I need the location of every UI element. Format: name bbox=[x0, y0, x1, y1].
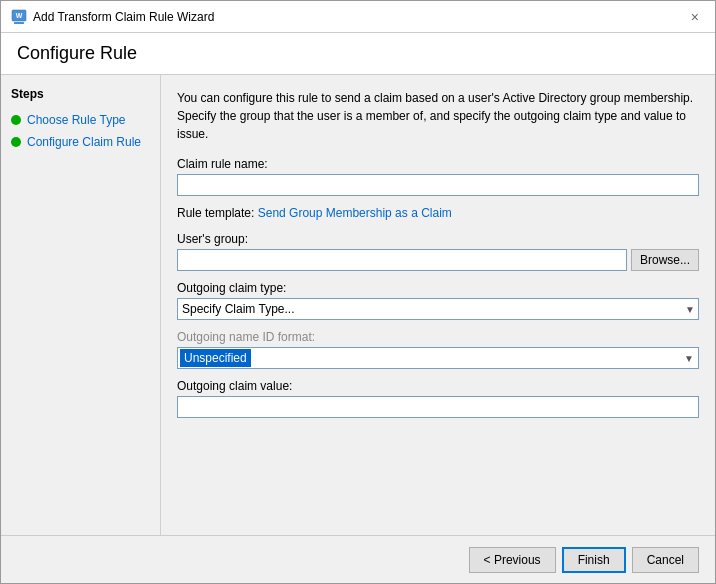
rule-template-prefix: Rule template: bbox=[177, 206, 258, 220]
sidebar-item-configure-claim-rule[interactable]: Configure Claim Rule bbox=[11, 133, 150, 151]
main-panel: You can configure this rule to send a cl… bbox=[161, 75, 715, 535]
title-bar: W Add Transform Claim Rule Wizard × bbox=[1, 1, 715, 33]
sidebar-title: Steps bbox=[11, 87, 150, 101]
claim-rule-name-label: Claim rule name: bbox=[177, 157, 699, 171]
users-group-form-group: User's group: Browse... bbox=[177, 232, 699, 271]
title-bar-left: W Add Transform Claim Rule Wizard bbox=[11, 9, 214, 25]
step-dot-choose-rule bbox=[11, 115, 21, 125]
cancel-button[interactable]: Cancel bbox=[632, 547, 699, 573]
users-group-label: User's group: bbox=[177, 232, 699, 246]
description-text: You can configure this rule to send a cl… bbox=[177, 89, 699, 143]
claim-rule-name-input[interactable] bbox=[177, 174, 699, 196]
outgoing-name-id-arrow-icon: ▼ bbox=[684, 353, 694, 364]
users-group-input[interactable] bbox=[177, 249, 627, 271]
outgoing-claim-type-wrapper: Specify Claim Type... ▼ bbox=[177, 298, 699, 320]
sidebar: Steps Choose Rule Type Configure Claim R… bbox=[1, 75, 161, 535]
claim-rule-name-group: Claim rule name: bbox=[177, 157, 699, 196]
step-dot-configure-claim bbox=[11, 137, 21, 147]
svg-text:W: W bbox=[16, 12, 23, 19]
wizard-icon: W bbox=[11, 9, 27, 25]
page-title-area: Configure Rule bbox=[1, 33, 715, 75]
svg-rect-1 bbox=[14, 22, 24, 24]
previous-button[interactable]: < Previous bbox=[469, 547, 556, 573]
outgoing-claim-type-select[interactable]: Specify Claim Type... bbox=[177, 298, 699, 320]
outgoing-name-id-label: Outgoing name ID format: bbox=[177, 330, 699, 344]
finish-button[interactable]: Finish bbox=[562, 547, 626, 573]
sidebar-step-label-configure-claim[interactable]: Configure Claim Rule bbox=[27, 135, 141, 149]
outgoing-name-id-group: Outgoing name ID format: Unspecified ▼ bbox=[177, 330, 699, 369]
outgoing-claim-value-label: Outgoing claim value: bbox=[177, 379, 699, 393]
outgoing-claim-type-label: Outgoing claim type: bbox=[177, 281, 699, 295]
outgoing-name-id-selected-value: Unspecified bbox=[180, 349, 251, 367]
window-title: Add Transform Claim Rule Wizard bbox=[33, 10, 214, 24]
browse-button[interactable]: Browse... bbox=[631, 249, 699, 271]
content-area: Steps Choose Rule Type Configure Claim R… bbox=[1, 75, 715, 535]
page-title: Configure Rule bbox=[17, 43, 699, 64]
rule-template-text: Rule template: Send Group Membership as … bbox=[177, 206, 699, 220]
wizard-window: W Add Transform Claim Rule Wizard × Conf… bbox=[0, 0, 716, 584]
sidebar-step-label-choose-rule[interactable]: Choose Rule Type bbox=[27, 113, 126, 127]
footer: < Previous Finish Cancel bbox=[1, 535, 715, 583]
outgoing-claim-value-input[interactable] bbox=[177, 396, 699, 418]
close-button[interactable]: × bbox=[685, 8, 705, 26]
users-group-input-row: Browse... bbox=[177, 249, 699, 271]
outgoing-name-id-select-wrapper[interactable]: Unspecified ▼ bbox=[177, 347, 699, 369]
outgoing-claim-type-group: Outgoing claim type: Specify Claim Type.… bbox=[177, 281, 699, 320]
rule-template-link[interactable]: Send Group Membership as a Claim bbox=[258, 206, 452, 220]
sidebar-item-choose-rule-type[interactable]: Choose Rule Type bbox=[11, 111, 150, 129]
outgoing-claim-value-group: Outgoing claim value: bbox=[177, 379, 699, 418]
